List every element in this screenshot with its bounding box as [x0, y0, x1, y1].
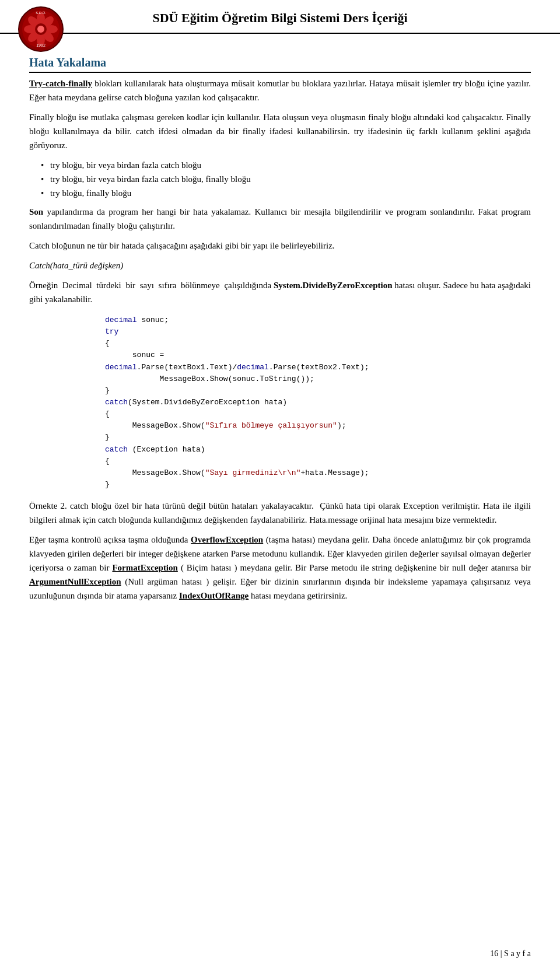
son-paragraph: Son yapılandırma da program her hangi bi…: [29, 205, 531, 233]
format-exception: FormatException: [112, 563, 177, 572]
logo-icon: 1992 S.D.Ü.: [18, 6, 64, 53]
footer: 16 | S a y f a: [490, 949, 531, 958]
logo: 1992 S.D.Ü.: [18, 6, 64, 53]
p1-text: blokları kullanılarak hata oluşturmaya m…: [29, 79, 531, 102]
list-item-1: try bloğu, bir veya birdan fazla catch b…: [41, 158, 531, 172]
list-item-2: try bloğu, bir veya birdan fazla catch b…: [41, 172, 531, 186]
catch-signature: Catch(hata_türü değişken): [29, 258, 531, 272]
bullet-list: try bloğu, bir veya birdan fazla catch b…: [29, 158, 531, 200]
try-catch-finally-term: Try-catch-finally: [29, 79, 92, 88]
svg-text:S.D.Ü.: S.D.Ü.: [36, 11, 46, 15]
content-area: Hata Yakalama Try-catch-finally blokları…: [0, 34, 560, 643]
paragraph-5: Eğer taşma kontrolü açıksa taşma olduğun…: [29, 533, 531, 603]
argument-null-exception: ArgumentNullException: [29, 577, 121, 586]
catch-word-inline: catch: [98, 515, 117, 524]
ornek2-paragraph: Örnekte 2. catch bloğu özel bir hata tür…: [29, 499, 531, 527]
system-divide-bold: System.DivideByZeroException: [274, 281, 392, 290]
svg-text:1992: 1992: [36, 43, 46, 47]
son-word: Son: [29, 207, 43, 216]
paragraph-4: Örneğin Decimal türdeki bir sayı sıfıra …: [29, 278, 531, 306]
list-item-3: try bloğu, finally bloğu: [41, 186, 531, 200]
page-number: 16 | S a y f a: [490, 949, 531, 958]
paragraph-1: Try-catch-finally blokları kullanılarak …: [29, 76, 531, 104]
svg-point-11: [37, 26, 44, 33]
catch-signature-italic: Catch(hata_türü değişken): [29, 261, 123, 270]
section-title: Hata Yakalama: [29, 56, 531, 73]
catch-word-ornek2: catch: [70, 501, 89, 510]
page-container: 1992 S.D.Ü. SDÜ Eğitim Öğretim Bilgi Sis…: [0, 0, 560, 969]
header-title: SDÜ Eğitim Öğretim Bilgi Sistemi Ders İç…: [152, 11, 407, 26]
code-block: decimal sonuc; try { sonuc = decimal.Par…: [29, 314, 531, 491]
paragraph-2: Finally bloğu ise mutlaka çalışması gere…: [29, 110, 531, 152]
header: 1992 S.D.Ü. SDÜ Eğitim Öğretim Bilgi Sis…: [0, 0, 560, 34]
paragraph-3: Catch bloğunun ne tür bir hatada çalışac…: [29, 239, 531, 253]
overflow-exception: OverflowException: [191, 535, 263, 544]
index-out-of-range: IndexOutOfRange: [179, 591, 249, 600]
